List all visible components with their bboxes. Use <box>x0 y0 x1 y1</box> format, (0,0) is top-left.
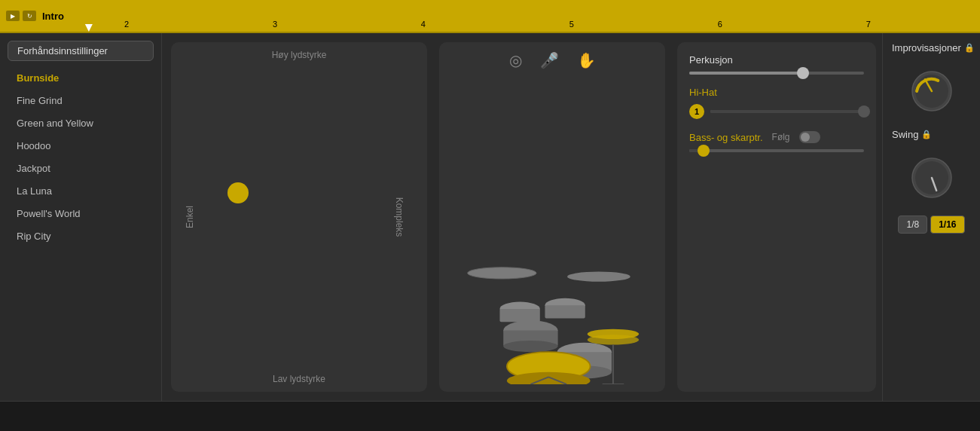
sidebar-item-hoodoo[interactable]: Hoodoo <box>5 135 157 157</box>
percussion-section: Perkusjon <box>689 54 864 75</box>
bass-section: Bass- og skarptr. Følg <box>689 131 864 152</box>
improv-lock-icon[interactable]: 🔒 <box>964 43 975 53</box>
timeline-title: Intro <box>42 11 64 22</box>
hand-icon[interactable]: ✋ <box>577 51 596 69</box>
svg-point-2 <box>567 271 630 281</box>
ruler: 2 3 4 5 6 7 8 <box>79 0 974 32</box>
xy-label-bottom: Lav lydstyrke <box>273 374 325 384</box>
sidebar-item-rip-city[interactable]: Rip City <box>5 225 157 247</box>
hihat-slider[interactable] <box>710 110 864 113</box>
sidebar-item-green-and-yellow[interactable]: Green and Yellow <box>5 112 157 134</box>
xy-label-right: Kompleks <box>395 197 405 237</box>
bass-follow-label: Følg <box>772 132 790 142</box>
swing-label: Swing <box>892 129 918 140</box>
sidebar-header: Forhåndsinnstillinger <box>8 41 154 61</box>
sidebar-item-powells-world[interactable]: Powell's World <box>5 203 157 225</box>
timeline-icons: ▶ ↻ <box>6 11 36 21</box>
swing-knob-container <box>892 155 971 200</box>
sidebar-item-la-luna[interactable]: La Luna <box>5 180 157 202</box>
shaker-icon[interactable]: ◎ <box>509 51 522 69</box>
swing-title: Swing 🔒 <box>892 129 971 140</box>
svg-point-7 <box>503 341 557 352</box>
controls-panel: Perkusjon Hi-Hat 1 Bass- og ska <box>677 42 876 392</box>
bass-label: Bass- og skarptr. <box>689 132 763 143</box>
bass-toggle[interactable] <box>799 131 820 143</box>
swing-btn-1-16[interactable]: 1/16 <box>930 216 964 234</box>
ruler-mark: 5 <box>569 20 574 29</box>
ruler-mark: 6 <box>718 20 722 29</box>
swing-lock-icon[interactable]: 🔒 <box>921 130 932 139</box>
svg-rect-17 <box>545 305 585 318</box>
bass-slider-row <box>689 149 864 152</box>
drum-kit-svg <box>454 234 650 384</box>
xy-label-left: Enkel <box>185 206 195 228</box>
improv-knob-container <box>892 69 971 114</box>
ruler-mark: 2 <box>124 20 129 29</box>
loop-icon[interactable]: ↻ <box>23 11 36 21</box>
swing-knob[interactable] <box>909 155 954 200</box>
percussion-slider-row <box>689 72 864 75</box>
svg-rect-15 <box>499 309 539 322</box>
ruler-marks: 2 3 4 5 6 7 8 <box>124 20 980 29</box>
improv-panel: Improvisasjoner 🔒 Swing 🔒 <box>882 33 980 401</box>
mic-icon[interactable]: 🎤 <box>540 51 559 69</box>
hihat-label: Hi-Hat <box>689 87 864 98</box>
swing-btn-1-8[interactable]: 1/8 <box>898 216 927 234</box>
playhead[interactable] <box>85 24 93 32</box>
improv-label: Improvisasjoner <box>892 42 961 53</box>
drum-icons-top: ◎ 🎤 ✋ <box>439 51 665 69</box>
ruler-mark: 7 <box>866 20 871 29</box>
bass-slider[interactable] <box>689 149 864 152</box>
xy-label-top: Høy lydstyrke <box>272 50 327 60</box>
hihat-section: Hi-Hat 1 <box>689 87 864 119</box>
sidebar-item-jackpot[interactable]: Jackpot <box>5 157 157 179</box>
percussion-slider[interactable] <box>689 72 864 75</box>
xy-dot[interactable] <box>227 182 249 203</box>
improv-title: Improvisasjoner 🔒 <box>892 42 971 53</box>
bottom-bar <box>0 401 980 431</box>
play-icon[interactable]: ▶ <box>6 11 20 21</box>
bass-label-row: Bass- og skarptr. Følg <box>689 131 864 143</box>
xy-pad[interactable]: Høy lydstyrke Lav lydstyrke Enkel Komple… <box>171 42 427 392</box>
swing-buttons: 1/8 1/16 <box>892 216 971 234</box>
ruler-mark: 3 <box>273 20 277 29</box>
ruler-mark: 4 <box>421 20 426 29</box>
main-area: Forhåndsinnstillinger Burnside Fine Grin… <box>0 33 980 401</box>
timeline: ▶ ↻ Intro 2 3 4 5 6 7 8 <box>0 0 980 33</box>
drum-panel: ◎ 🎤 ✋ <box>439 42 665 392</box>
hihat-badge: 1 <box>689 104 704 119</box>
hihat-slider-row: 1 <box>689 104 864 119</box>
sidebar-item-burnside[interactable]: Burnside <box>5 67 157 89</box>
sidebar: Forhåndsinnstillinger Burnside Fine Grin… <box>0 33 162 401</box>
sidebar-item-fine-grind[interactable]: Fine Grind <box>5 90 157 112</box>
percussion-label: Perkusjon <box>689 54 864 66</box>
improv-knob[interactable] <box>909 69 954 114</box>
svg-point-4 <box>588 335 640 344</box>
